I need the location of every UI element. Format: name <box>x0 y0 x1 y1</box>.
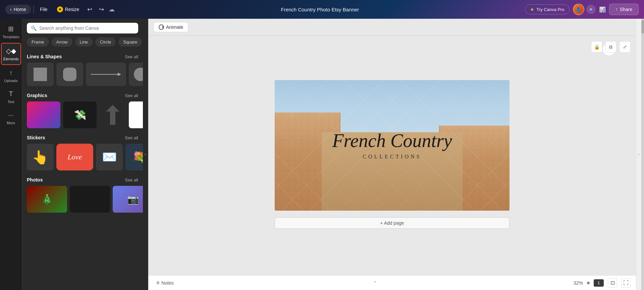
fit-page-button[interactable]: ⊡ <box>608 278 617 288</box>
stickers-see-all[interactable]: See all <box>125 135 138 140</box>
svg-marker-3 <box>118 73 121 76</box>
chip-square[interactable]: Square <box>118 38 142 47</box>
scroll-up-button[interactable]: ⌃ <box>372 280 378 286</box>
graphic-arrow-item[interactable] <box>99 101 126 128</box>
add-page-button[interactable]: + Add page <box>275 217 509 229</box>
search-icon: 🔍 <box>31 25 37 31</box>
chip-line[interactable]: Line <box>75 38 93 47</box>
try-pro-button[interactable]: ★ Try Canva Pro <box>525 4 569 14</box>
share-label: Share <box>620 7 632 12</box>
sidebar-item-more[interactable]: ··· More <box>1 108 21 128</box>
sidebar-item-text[interactable]: T Text <box>1 87 21 107</box>
chip-arrow[interactable]: Arrow <box>52 38 72 47</box>
collapse-left-icon: ‹ <box>145 152 146 157</box>
stickers-section: Stickers See all 👆 Love ✉️ 💐 › <box>22 132 143 174</box>
header-right: ★ Try Canva Pro 👤 + 📊 ↑ Share <box>525 4 639 15</box>
stats-button[interactable]: 📊 <box>599 6 606 13</box>
canvas-area: Animate 🔒 ⧉ ⤢ <box>148 19 636 290</box>
scrollbar-right[interactable] <box>641 19 644 290</box>
undo-button[interactable]: ↩ <box>85 4 94 15</box>
text-label: Text <box>7 100 14 104</box>
resize-button[interactable]: ✦ Resize <box>54 4 83 14</box>
photos-header: Photos See all <box>27 177 138 183</box>
panel-collapse-left[interactable]: ‹ <box>143 19 148 290</box>
animate-button[interactable]: Animate <box>154 22 188 32</box>
notes-button[interactable]: ≡ Notes <box>154 279 176 287</box>
photo-xmas-item[interactable]: 🎄 <box>27 186 67 213</box>
scrollbar-thumb[interactable] <box>641 20 644 33</box>
canvas-content: French Country COLLECTIONS + Add page <box>275 80 509 231</box>
expand-canvas-button[interactable]: ⤢ <box>619 41 631 53</box>
photo-dark-item[interactable] <box>70 186 110 213</box>
chip-circle[interactable]: Circle <box>95 38 116 47</box>
sidebar-item-templates[interactable]: ⊞ Templates <box>1 21 21 42</box>
notes-icon: ≡ <box>156 280 159 286</box>
chevron-left-icon: ‹ <box>10 7 12 12</box>
fullscreen-button[interactable]: ⛶ <box>621 278 631 288</box>
svg-point-4 <box>134 68 143 81</box>
lines-shapes-section: Lines & Shapes See all <box>22 51 143 89</box>
shape-circle-item[interactable] <box>129 63 143 86</box>
zoom-level: 32% <box>574 280 583 286</box>
user-avatar[interactable]: 👤 <box>573 4 584 15</box>
canvas-controls: 🔒 ⧉ ⤢ <box>591 41 631 53</box>
uploads-label: Uploads <box>4 79 17 83</box>
canvas-frame[interactable]: French Country COLLECTIONS <box>275 80 509 211</box>
home-label: Home <box>14 7 26 12</box>
more-label: More <box>7 121 15 125</box>
share-button[interactable]: ↑ Share <box>609 4 639 15</box>
duplicate-button[interactable]: ⧉ <box>605 41 616 53</box>
more-icon: ··· <box>8 111 14 119</box>
header-left: ‹ Home File ✦ Resize ↩ ↪ ☁ <box>5 4 115 15</box>
lock-button[interactable]: 🔒 <box>591 41 602 53</box>
photos-see-all[interactable]: See all <box>125 177 138 183</box>
share-arrow-icon: ↑ <box>615 7 618 12</box>
resize-label: Resize <box>65 7 79 12</box>
svg-rect-1 <box>63 68 76 81</box>
shape-square-item[interactable] <box>27 63 54 86</box>
templates-icon: ⊞ <box>8 25 14 33</box>
sticker-envelope-item[interactable]: ✉️ <box>96 144 123 170</box>
shapes-grid: › <box>27 63 138 86</box>
sticker-flowers-item[interactable]: 💐 <box>125 144 143 170</box>
chip-frame[interactable]: Frame <box>27 38 49 47</box>
svg-rect-0 <box>34 68 47 81</box>
header-center: French Country Photo Etsy Banner <box>119 7 521 12</box>
search-input[interactable] <box>39 25 134 31</box>
elements-label: Elements <box>3 57 19 61</box>
header-divider <box>34 5 34 13</box>
graphics-see-all[interactable]: See all <box>125 93 138 98</box>
home-button[interactable]: ‹ Home <box>5 5 31 14</box>
photos-section: Photos See all 🎄 📷 › <box>22 174 143 216</box>
graphic-confetti-item[interactable]: 💸 <box>63 101 97 128</box>
design-subtitle: COLLECTIONS <box>363 154 421 160</box>
file-button[interactable]: File <box>37 5 51 14</box>
stickers-grid: 👆 Love ✉️ 💐 › <box>27 144 138 170</box>
bottom-right: 32% 1 ⊡ ⛶ <box>574 278 631 288</box>
add-page-area: + Add page <box>275 215 509 231</box>
add-collaborator-button[interactable]: + <box>586 5 596 14</box>
graphic-gradient-item[interactable] <box>27 101 60 128</box>
graphics-grid: 💸 › <box>27 101 138 128</box>
redo-button[interactable]: ↪ <box>97 4 106 15</box>
main-body: ⊞ Templates ◇◆ Elements ↑ Uploads T Text… <box>0 19 644 290</box>
sticker-love-item[interactable]: Love <box>56 144 93 170</box>
text-icon: T <box>9 90 13 98</box>
sidebar-item-uploads[interactable]: ↑ Uploads <box>1 66 21 86</box>
panel-collapse-right[interactable]: › <box>636 19 641 290</box>
lines-shapes-see-all[interactable]: See all <box>125 54 138 59</box>
graphics-section: Graphics See all 💸 › <box>22 89 143 132</box>
photo-camera-item[interactable]: 📷 <box>113 186 143 213</box>
page-indicator-button[interactable]: 1 <box>594 279 604 287</box>
graphic-white-item[interactable] <box>129 101 143 128</box>
save-status-button[interactable]: ☁ <box>109 6 115 13</box>
sticker-hand-item[interactable]: 👆 <box>27 144 54 170</box>
templates-label: Templates <box>2 35 19 39</box>
sidebar-item-elements[interactable]: ◇◆ Elements <box>1 43 21 65</box>
canvas-toolbar: Animate <box>148 19 636 36</box>
shape-line-item[interactable] <box>86 63 126 86</box>
canvas-text-overlay: French Country COLLECTIONS <box>275 80 509 211</box>
elements-panel: 🔍 Frame Arrow Line Circle Square › Lines… <box>22 19 143 290</box>
shape-rounded-item[interactable] <box>56 63 83 86</box>
svg-marker-5 <box>106 105 119 125</box>
